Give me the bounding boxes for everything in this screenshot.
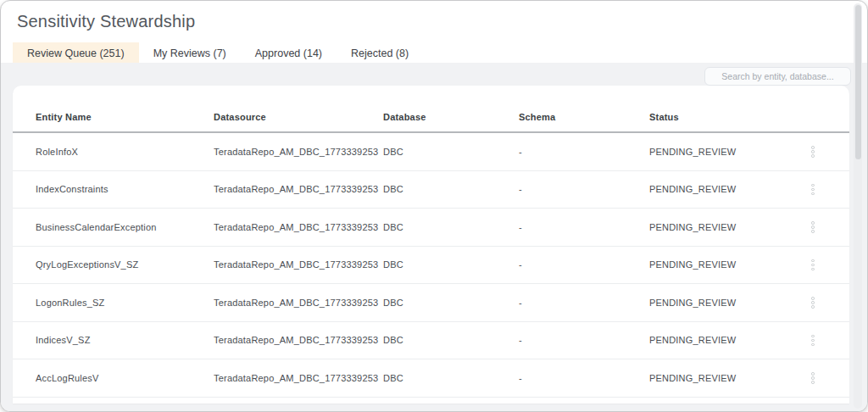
app-window: Sensitivity Stewardship Review Queue (25… (0, 0, 868, 412)
row-menu-icon[interactable] (807, 333, 819, 348)
cell-actions (807, 170, 849, 209)
cell-entity-name: QryLogExceptionsV_SZ (13, 246, 214, 284)
cell-schema: - (519, 321, 649, 359)
scrollbar-thumb[interactable] (855, 5, 861, 159)
page-header: Sensitivity Stewardship (1, 1, 867, 31)
cell-database: DBC (383, 284, 519, 322)
table-row[interactable]: AccLogRulesV TeradataRepo_AM_DBC_1773339… (13, 359, 849, 398)
table-row[interactable]: LogonRules_SZ TeradataRepo_AM_DBC_177333… (13, 284, 849, 322)
table-row[interactable]: BusinessCalendarException TeradataRepo_A… (13, 209, 849, 247)
cell-status: PENDING_REVIEW (649, 284, 807, 322)
column-header-datasource: Datasource (214, 104, 383, 132)
cell-entity-name: RoleInfoX (13, 132, 214, 170)
page-title: Sensitivity Stewardship (17, 12, 852, 31)
table-row[interactable]: QryLogExceptionsV_SZ TeradataRepo_AM_DBC… (13, 246, 849, 284)
cell-datasource: TeradataRepo_AM_DBC_1773339253 (214, 132, 383, 170)
cell-entity-name: BusinessCalendarException (13, 209, 214, 247)
column-header-schema: Schema (519, 104, 649, 132)
cell-entity-name: Events_MediaV (13, 397, 214, 404)
cell-datasource: TeradataRepo_AM_DBC_1773339253 (214, 170, 383, 209)
cell-datasource: TeradataRepo_AM_DBC_1773339253 (214, 284, 383, 322)
cell-database: DBC (383, 209, 519, 247)
table-header-row: Entity Name Datasource Database Schema S… (13, 104, 849, 132)
tab-panel-review-queue: Entity Name Datasource Database Schema S… (1, 63, 867, 411)
row-menu-icon[interactable] (807, 258, 819, 273)
cell-entity-name: IndicesV_SZ (13, 321, 214, 359)
vertical-scrollbar[interactable] (854, 3, 862, 409)
row-menu-icon[interactable] (807, 370, 819, 386)
cell-datasource: TeradataRepo_AM_DBC_1773339253 (214, 321, 383, 359)
cell-datasource: TeradataRepo_AM_DBC_1773339253 (214, 246, 383, 284)
cell-schema: - (519, 397, 649, 404)
table-body: RoleInfoX TeradataRepo_AM_DBC_1773339253… (13, 132, 849, 404)
cell-status: PENDING_REVIEW (649, 132, 807, 170)
cell-actions (807, 321, 849, 359)
table-row[interactable]: IndexConstraints TeradataRepo_AM_DBC_177… (13, 170, 849, 209)
cell-database: DBC (383, 246, 519, 284)
row-menu-icon[interactable] (807, 144, 819, 159)
cell-schema: - (519, 170, 649, 209)
cell-actions (807, 284, 849, 322)
cell-actions (807, 246, 849, 284)
cell-schema: - (519, 246, 649, 284)
cell-datasource: TeradataRepo_AM_DBC_1773339253 (214, 397, 383, 404)
cell-datasource: TeradataRepo_AM_DBC_1773339253 (214, 359, 383, 398)
cell-entity-name: IndexConstraints (13, 170, 214, 209)
cell-schema: - (519, 359, 649, 398)
cell-status: PENDING_REVIEW (649, 170, 807, 209)
column-header-entity-name: Entity Name (13, 104, 214, 132)
column-header-status: Status (649, 104, 807, 132)
table-row[interactable]: IndicesV_SZ TeradataRepo_AM_DBC_17733392… (13, 321, 849, 359)
row-menu-icon[interactable] (807, 220, 819, 235)
cell-schema: - (519, 284, 649, 322)
cell-entity-name: LogonRules_SZ (13, 284, 214, 322)
cell-actions (807, 132, 849, 170)
cell-status: PENDING_REVIEW (649, 321, 807, 359)
cell-database: DBC (383, 359, 519, 398)
cell-status: PENDING_REVIEW (649, 246, 807, 284)
cell-status: PENDING_REVIEW (649, 359, 807, 398)
table-row[interactable]: Events_MediaV TeradataRepo_AM_DBC_177333… (13, 397, 849, 404)
column-header-actions (807, 104, 849, 132)
cell-actions (807, 209, 849, 247)
cell-status: PENDING_REVIEW (649, 209, 807, 247)
cell-status: PENDING_REVIEW (649, 397, 807, 404)
cell-database: DBC (383, 132, 519, 170)
cell-database: DBC (383, 397, 519, 404)
review-queue-table: Entity Name Datasource Database Schema S… (13, 104, 849, 404)
row-menu-icon[interactable] (807, 295, 819, 310)
search-input[interactable] (704, 67, 851, 86)
table-card: Entity Name Datasource Database Schema S… (13, 86, 849, 404)
cell-entity-name: AccLogRulesV (13, 359, 214, 398)
row-menu-icon[interactable] (807, 182, 819, 198)
cell-datasource: TeradataRepo_AM_DBC_1773339253 (214, 209, 383, 247)
cell-actions (807, 359, 849, 398)
column-header-database: Database (383, 104, 519, 132)
table-row[interactable]: RoleInfoX TeradataRepo_AM_DBC_1773339253… (13, 132, 849, 170)
cell-database: DBC (383, 170, 519, 209)
cell-database: DBC (383, 321, 519, 359)
cell-schema: - (519, 132, 649, 170)
cell-actions (807, 397, 849, 404)
cell-schema: - (519, 209, 649, 247)
